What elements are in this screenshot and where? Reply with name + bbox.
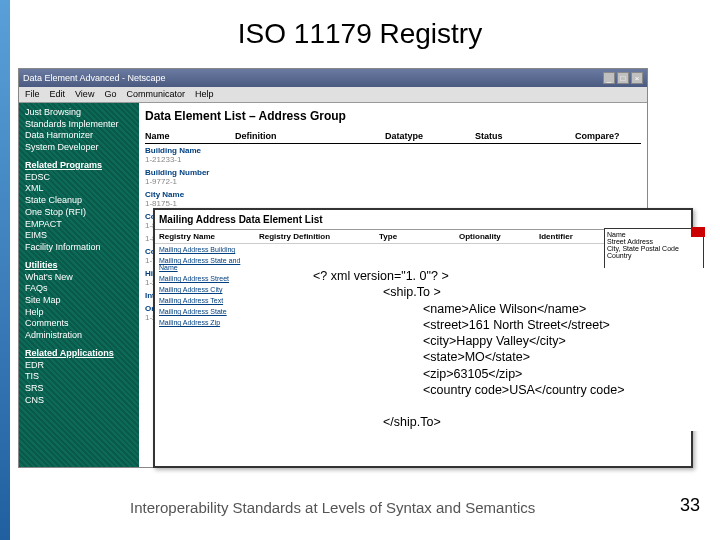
col-name: Name — [145, 131, 235, 141]
window-title: Data Element Advanced - Netscape — [23, 73, 166, 83]
sidebar-item[interactable]: Facility Information — [25, 242, 133, 254]
slide: ISO 11179 Registry Data Element Advanced… — [0, 0, 720, 540]
page-number: 33 — [680, 495, 700, 516]
xml-line — [313, 398, 713, 414]
col-compare: Compare? — [575, 131, 635, 141]
sidebar-item[interactable]: System Developer — [25, 142, 133, 154]
sidebar-item[interactable]: Site Map — [25, 295, 133, 307]
sidebar-item[interactable]: Data Harmonizer — [25, 130, 133, 142]
maximize-icon[interactable]: □ — [617, 72, 629, 84]
titlebar: Data Element Advanced - Netscape _ □ × — [19, 69, 647, 87]
table-row[interactable]: Building Number1-9772-1 — [145, 166, 641, 188]
menu-file[interactable]: File — [25, 89, 40, 100]
sidebar-item[interactable]: EDSC — [25, 172, 133, 184]
sidebar-item[interactable]: Administration — [25, 330, 133, 342]
info-line: Street Address — [607, 238, 701, 245]
xml-line: <? xml version="1. 0"? > — [313, 268, 713, 284]
panel-title: Data Element List – Address Group — [145, 109, 641, 123]
sidebar-item[interactable]: EIMS — [25, 230, 133, 242]
table-header: Name Definition Datatype Status Compare? — [145, 129, 641, 144]
sidebar-item[interactable]: Just Browsing — [25, 107, 133, 119]
footer-text: Interoperability Standards at Levels of … — [130, 499, 535, 516]
sidebar-header: Utilities — [25, 260, 133, 270]
close-icon[interactable]: × — [631, 72, 643, 84]
slide-title: ISO 11179 Registry — [0, 0, 720, 58]
menu-view[interactable]: View — [75, 89, 94, 100]
sidebar-item[interactable]: Comments — [25, 318, 133, 330]
info-box-badge — [691, 227, 705, 237]
xml-line: <name>Alice Wilson</name> — [313, 301, 713, 317]
xml-line: </ship.To> — [313, 414, 713, 430]
sidebar-item[interactable]: XML — [25, 183, 133, 195]
info-line: Name — [607, 231, 701, 238]
accent-bar — [0, 0, 10, 540]
minimize-icon[interactable]: _ — [603, 72, 615, 84]
menu-communicator[interactable]: Communicator — [126, 89, 185, 100]
col-status: Status — [475, 131, 575, 141]
content-area: Data Element Advanced - Netscape _ □ × F… — [18, 68, 710, 488]
sidebar-item[interactable]: FAQs — [25, 283, 133, 295]
sidebar-item[interactable]: One Stop (RFI) — [25, 207, 133, 219]
info-line: City, State Postal Code — [607, 245, 701, 252]
xml-line: <city>Happy Valley</city> — [313, 333, 713, 349]
menu-help[interactable]: Help — [195, 89, 214, 100]
sidebar-item[interactable]: Help — [25, 307, 133, 319]
col-def: Definition — [235, 131, 385, 141]
xml-snippet: <? xml version="1. 0"? ><ship.To ><name>… — [313, 268, 713, 431]
menu-go[interactable]: Go — [104, 89, 116, 100]
sidebar-header: Related Programs — [25, 160, 133, 170]
overlay-title: Mailing Address Data Element List — [155, 210, 691, 230]
sidebar-item[interactable]: TIS — [25, 371, 133, 383]
table-row[interactable]: Building Name1-21233-1 — [145, 144, 641, 166]
menubar: File Edit View Go Communicator Help — [19, 87, 647, 103]
table-row[interactable]: City Name1-8175-1 — [145, 188, 641, 210]
sidebar-item[interactable]: CNS — [25, 395, 133, 407]
sidebar-item[interactable]: Standards Implementer — [25, 119, 133, 131]
xml-line: <street>161 North Street</street> — [313, 317, 713, 333]
sidebar: Just BrowsingStandards ImplementerData H… — [19, 103, 139, 467]
sidebar-item[interactable]: EMPACT — [25, 219, 133, 231]
sidebar-item[interactable]: What's New — [25, 272, 133, 284]
sidebar-item[interactable]: SRS — [25, 383, 133, 395]
sidebar-item[interactable]: EDR — [25, 360, 133, 372]
xml-line: <country code>USA</country code> — [313, 382, 713, 398]
menu-edit[interactable]: Edit — [50, 89, 66, 100]
window-controls: _ □ × — [603, 72, 643, 84]
xml-line: <ship.To > — [313, 284, 713, 300]
xml-line: <state>MO</state> — [313, 349, 713, 365]
xml-line: <zip>63105</zip> — [313, 366, 713, 382]
info-line: Country — [607, 252, 701, 259]
sidebar-header: Related Applications — [25, 348, 133, 358]
col-type: Datatype — [385, 131, 475, 141]
sidebar-item[interactable]: State Cleanup — [25, 195, 133, 207]
